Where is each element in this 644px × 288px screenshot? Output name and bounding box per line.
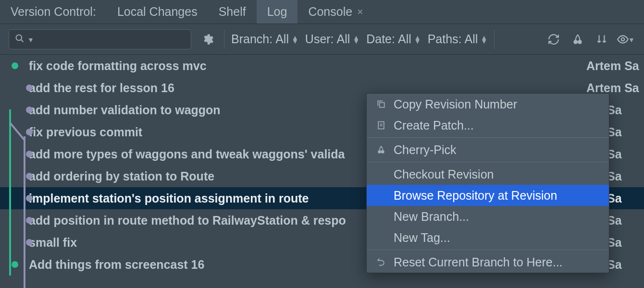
cherry-pick-button[interactable] bbox=[568, 30, 587, 49]
menu-new-tag[interactable]: New Tag... bbox=[367, 227, 609, 248]
close-icon[interactable]: × bbox=[357, 6, 363, 18]
chevron-down-icon: ▼ bbox=[628, 36, 635, 44]
svg-point-10 bbox=[381, 150, 384, 154]
menu-checkout-revision[interactable]: Checkout Revision bbox=[367, 164, 609, 185]
svg-line-1 bbox=[21, 39, 24, 42]
svg-point-4 bbox=[621, 37, 625, 41]
sort-icon: ▲▼ bbox=[353, 36, 359, 43]
reset-icon bbox=[375, 257, 387, 267]
tab-shelf[interactable]: Shelf bbox=[208, 0, 257, 24]
svg-point-9 bbox=[378, 150, 381, 154]
menu-separator bbox=[367, 137, 609, 138]
commit-dot bbox=[26, 151, 33, 157]
tab-console[interactable]: Console × bbox=[297, 0, 374, 24]
eye-icon bbox=[617, 33, 629, 46]
svg-point-3 bbox=[578, 40, 582, 44]
tab-local-changes[interactable]: Local Changes bbox=[107, 0, 208, 24]
sort-icon: ▲▼ bbox=[414, 36, 421, 43]
intellisort-button[interactable] bbox=[592, 30, 611, 49]
sort-down-icon bbox=[595, 33, 608, 46]
menu-copy-revision[interactable]: Copy Revision Number bbox=[367, 94, 609, 115]
separator bbox=[224, 30, 224, 49]
refresh-icon bbox=[547, 33, 560, 46]
commit-dot bbox=[26, 84, 33, 91]
search-input[interactable]: ▼ bbox=[9, 29, 191, 49]
svg-point-0 bbox=[16, 35, 22, 40]
paths-filter[interactable]: Paths: All ▲▼ bbox=[428, 32, 488, 46]
gear-icon bbox=[201, 33, 214, 46]
patch-icon bbox=[375, 120, 387, 130]
commit-dot bbox=[26, 239, 33, 246]
copy-icon bbox=[375, 99, 387, 109]
svg-point-2 bbox=[573, 40, 578, 44]
vcs-tabbar: Version Control: Local Changes Shelf Log… bbox=[0, 0, 644, 24]
branch-filter[interactable]: Branch: All ▲▼ bbox=[231, 32, 298, 46]
log-toolbar: ▼ Branch: All ▲▼ User: All ▲▼ Date: All … bbox=[0, 24, 644, 55]
menu-separator bbox=[367, 162, 609, 162]
commit-row[interactable]: fix code formatting across mvc Artem Sa bbox=[0, 55, 644, 77]
commit-dot bbox=[26, 129, 33, 135]
commit-dot bbox=[26, 217, 33, 224]
search-field[interactable] bbox=[37, 33, 185, 46]
settings-button[interactable] bbox=[198, 30, 217, 49]
sort-icon: ▲▼ bbox=[481, 36, 487, 43]
menu-create-patch[interactable]: Create Patch... bbox=[367, 115, 609, 136]
menu-cherry-pick[interactable]: Cherry-Pick bbox=[367, 139, 609, 160]
date-filter[interactable]: Date: All ▲▼ bbox=[366, 32, 421, 46]
commit-dot bbox=[26, 173, 33, 180]
context-menu: Copy Revision Number Create Patch... Che… bbox=[366, 93, 609, 273]
commit-dot bbox=[12, 261, 18, 268]
cherry-icon bbox=[375, 145, 387, 155]
tab-log[interactable]: Log bbox=[257, 0, 298, 24]
sort-icon: ▲▼ bbox=[292, 36, 298, 43]
chevron-down-icon: ▼ bbox=[27, 36, 34, 44]
refresh-button[interactable] bbox=[544, 30, 563, 49]
separator bbox=[494, 30, 495, 49]
menu-separator bbox=[367, 250, 609, 250]
menu-reset-branch[interactable]: Reset Current Branch to Here... bbox=[367, 252, 609, 273]
search-icon bbox=[15, 33, 25, 46]
commit-dot bbox=[26, 107, 33, 113]
preview-button[interactable]: ▼ bbox=[616, 30, 635, 49]
svg-rect-7 bbox=[380, 103, 384, 108]
cherry-icon bbox=[571, 33, 584, 46]
commit-dot bbox=[12, 62, 18, 69]
user-filter[interactable]: User: All ▲▼ bbox=[305, 32, 359, 46]
panel-title: Version Control: bbox=[0, 0, 107, 24]
menu-browse-repo-at-revision[interactable]: Browse Repository at Revision bbox=[367, 185, 609, 206]
commit-dot bbox=[26, 195, 33, 202]
menu-new-branch[interactable]: New Branch... bbox=[367, 206, 609, 227]
